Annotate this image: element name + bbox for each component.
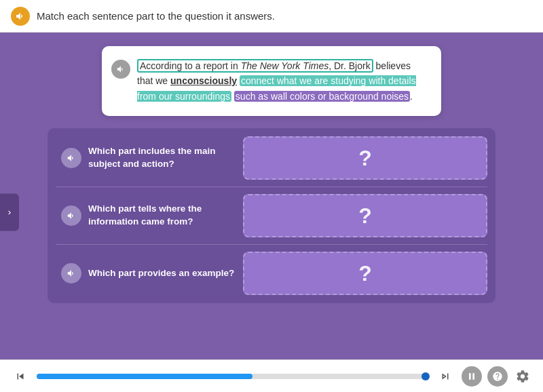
passage-part-example: such as wall colors or background noises	[234, 91, 410, 102]
question-1-audio-button[interactable]	[61, 148, 81, 168]
question-1-left: Which part includes the main subject and…	[53, 134, 243, 182]
side-nav-arrow[interactable]	[0, 194, 19, 231]
question-2-left: Which part tells where the information c…	[53, 191, 243, 240]
questions-area: Which part includes the main subject and…	[48, 128, 495, 303]
question-row-1: Which part includes the main subject and…	[53, 134, 490, 182]
main-content: According to a report in The New York Ti…	[0, 33, 543, 392]
help-button[interactable]	[487, 366, 508, 387]
pause-button[interactable]	[462, 366, 482, 387]
question-3-drop-zone[interactable]: ?	[243, 252, 487, 295]
question-3-left: Which part provides an example?	[53, 249, 243, 298]
question-3-text: Which part provides an example?	[88, 267, 234, 280]
question-1-placeholder: ?	[358, 146, 372, 171]
question-2-audio-button[interactable]	[61, 205, 81, 226]
divider-1	[56, 187, 487, 187]
passage-word-unconsciously: unconsciously	[170, 75, 237, 86]
progress-indicator	[422, 372, 430, 380]
passage-text: According to a report in The New York Ti…	[137, 58, 428, 104]
rewind-button[interactable]	[11, 367, 30, 386]
footer-right-controls	[462, 366, 532, 387]
question-3-placeholder: ?	[358, 261, 372, 286]
passage-box: According to a report in The New York Ti…	[102, 46, 441, 116]
header: Match each sentence part to the question…	[0, 0, 543, 33]
question-2-drop-zone[interactable]: ?	[243, 194, 487, 237]
passage-part-according: According to a report in The New York Ti…	[137, 59, 373, 73]
question-row-3: Which part provides an example? ?	[53, 249, 490, 298]
question-3-audio-button[interactable]	[61, 263, 81, 283]
question-1-text: Which part includes the main subject and…	[88, 145, 235, 171]
header-audio-icon[interactable]	[11, 7, 30, 26]
question-row-2: Which part tells where the information c…	[53, 191, 490, 240]
settings-button[interactable]	[513, 367, 532, 386]
progress-bar[interactable]	[37, 374, 429, 379]
header-title: Match each sentence part to the question…	[37, 10, 275, 22]
question-1-drop-zone[interactable]: ?	[243, 136, 487, 180]
forward-button[interactable]	[436, 367, 455, 386]
footer-controls	[0, 359, 543, 392]
question-2-text: Which part tells where the information c…	[88, 203, 235, 229]
divider-2	[56, 244, 487, 245]
passage-audio-button[interactable]	[111, 60, 130, 79]
progress-bar-fill	[37, 374, 252, 379]
question-2-placeholder: ?	[358, 203, 372, 229]
